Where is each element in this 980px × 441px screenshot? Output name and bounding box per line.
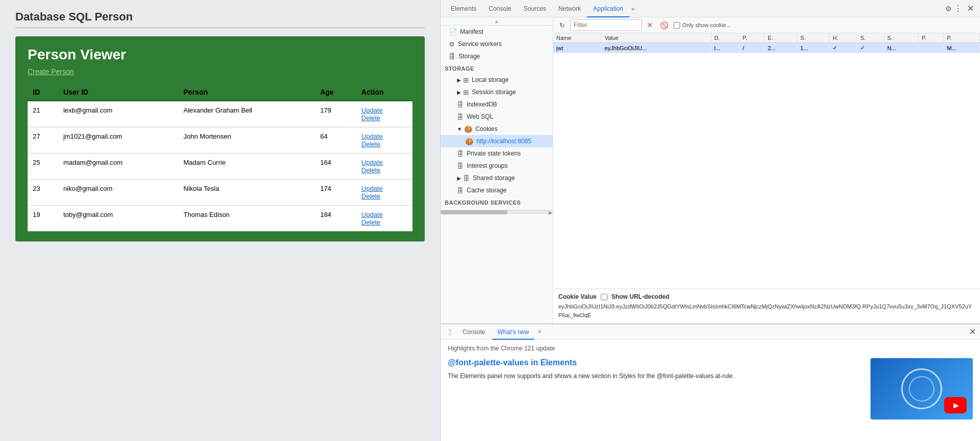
- cookie-col-value[interactable]: Value: [601, 33, 711, 43]
- tab-elements[interactable]: Elements: [445, 0, 483, 17]
- sidebar-item-shared-storage[interactable]: ▶ 🗄 Shared storage: [441, 172, 553, 184]
- cell-user-id: lexb@gmail.com: [58, 101, 179, 127]
- tab-sources[interactable]: Sources: [517, 0, 552, 17]
- cookie-row[interactable]: jwt eyJhbGciOiJIU... l... / 2... 1... ✓ …: [553, 43, 980, 53]
- sidebar-web-sql-label: Web SQL: [467, 113, 493, 120]
- page-title: Database SQL Person: [15, 10, 425, 24]
- cell-action: Update Delete: [356, 206, 412, 232]
- refresh-cookies-button[interactable]: ↻: [557, 20, 567, 30]
- update-link[interactable]: Update: [361, 133, 407, 140]
- update-link[interactable]: Update: [361, 185, 407, 192]
- update-link[interactable]: Update: [361, 106, 407, 114]
- cookie-table-wrapper: Name Value D. P. E. S. H. S. S. P. P.: [553, 33, 980, 289]
- sidebar-item-service-workers[interactable]: ⚙ Service workers: [441, 38, 553, 50]
- create-person-link[interactable]: Create Person: [28, 68, 74, 76]
- bottom-content: Highlights from the Chrome 121 update @f…: [441, 340, 980, 441]
- devtools-bottom: ⋮ Console What's new ✕ ✕ Highlights from…: [441, 323, 980, 441]
- cell-id: 21: [28, 101, 58, 127]
- close-devtools-icon[interactable]: ✕: [965, 4, 976, 13]
- settings-icon[interactable]: ⚙: [945, 5, 952, 13]
- sidebar-item-session-storage[interactable]: ▶ ⊞ Session storage: [441, 86, 553, 98]
- sidebar-shared-storage-label: Shared storage: [473, 174, 515, 182]
- cell-person: Nikola Tesla: [179, 180, 315, 206]
- delete-link[interactable]: Delete: [361, 114, 407, 122]
- whats-new-highlight: Highlights from the Chrome 121 update: [448, 345, 973, 352]
- tab-console[interactable]: Console: [483, 0, 517, 17]
- filter-input[interactable]: [570, 19, 642, 31]
- cookie-p3: M...: [944, 43, 979, 53]
- sidebar-item-indexed-db[interactable]: 🗄 IndexedDB: [441, 98, 553, 111]
- sidebar-local-storage-label: Local storage: [472, 76, 509, 83]
- whats-new-tab-close[interactable]: ✕: [536, 328, 543, 335]
- sidebar-item-interest-groups[interactable]: 🗄 Interest groups: [441, 160, 553, 172]
- delete-link[interactable]: Delete: [361, 140, 407, 148]
- update-link[interactable]: Update: [361, 159, 407, 166]
- sidebar-item-cookies-host[interactable]: 🍪 http://localhost:8085: [441, 135, 553, 147]
- sidebar-item-manifest[interactable]: 📄 Manifest: [441, 26, 553, 38]
- sidebar-item-private-state-tokens[interactable]: 🗄 Private state tokens: [441, 147, 553, 160]
- clear-filter-button[interactable]: ✕: [645, 20, 655, 30]
- shared-storage-icon: 🗄: [463, 174, 470, 182]
- table-row: 19 toby@gmail.com Thomas Edison 184 Upda…: [28, 206, 412, 232]
- more-tabs-icon[interactable]: »: [629, 6, 637, 12]
- delete-link[interactable]: Delete: [361, 192, 407, 200]
- delete-link[interactable]: Delete: [361, 166, 407, 174]
- person-table: ID User ID Person Age Action 21 lexb@gma…: [28, 84, 412, 231]
- cell-age: 64: [315, 127, 356, 153]
- cell-user-id: toby@gmail.com: [58, 206, 179, 232]
- cookie-s1: 1...: [797, 43, 829, 53]
- cookie-col-p2[interactable]: P.: [919, 33, 944, 43]
- sidebar-item-cache-storage[interactable]: 🗄 Cache storage: [441, 184, 553, 196]
- sidebar-scroll-right[interactable]: ▶: [549, 210, 553, 215]
- web-sql-icon: 🗄: [457, 113, 464, 121]
- storage-section-header: Storage: [441, 62, 553, 74]
- whats-new-body: @font-palette-values in Elements The Ele…: [448, 358, 973, 420]
- sidebar-item-web-sql[interactable]: 🗄 Web SQL: [441, 111, 553, 123]
- delete-link[interactable]: Delete: [361, 218, 407, 226]
- cookie-col-p3[interactable]: P.: [944, 33, 979, 43]
- cell-age: 164: [315, 153, 356, 180]
- cookie-col-s2[interactable]: S.: [857, 33, 884, 43]
- shared-storage-arrow: ▶: [457, 175, 461, 181]
- tab-network[interactable]: Network: [552, 0, 587, 17]
- only-show-checkbox[interactable]: [673, 22, 680, 29]
- table-row: 25 madam@gmail.com Madam Currie 164 Upda…: [28, 153, 412, 180]
- cookie-col-s1[interactable]: S.: [797, 33, 829, 43]
- cookie-col-s3[interactable]: S.: [884, 33, 919, 43]
- bottom-more-options-icon[interactable]: ⋮: [445, 328, 455, 336]
- youtube-play-button[interactable]: [944, 397, 967, 413]
- close-bottom-panel-icon[interactable]: ✕: [969, 327, 976, 337]
- cookie-value-panel: Cookie Value Show URL-decoded eyJhbGciOi…: [553, 289, 980, 323]
- cell-user-id: madam@gmail.com: [58, 153, 179, 180]
- cell-age: 174: [315, 180, 356, 206]
- manifest-icon: 📄: [449, 28, 457, 36]
- session-storage-arrow: ▶: [457, 90, 461, 95]
- sidebar-item-cookies[interactable]: ▼ 🍪 Cookies: [441, 123, 553, 135]
- cookie-toolbar: ↻ ✕ 🚫 Only show cookie...: [553, 17, 980, 33]
- cookie-col-e[interactable]: E.: [765, 33, 797, 43]
- sidebar-private-state-tokens-label: Private state tokens: [467, 150, 520, 157]
- more-options-icon[interactable]: ⋮: [952, 4, 964, 13]
- cookie-h: ✓: [830, 43, 857, 53]
- cookie-name: jwt: [553, 43, 601, 53]
- sidebar-scroll-thumb[interactable]: [441, 210, 508, 214]
- cell-action: Update Delete: [356, 101, 412, 127]
- tab-application[interactable]: Application: [587, 0, 629, 17]
- whats-new-desc: The Elements panel now supports and show…: [448, 371, 862, 381]
- only-show-label: Only show cookie...: [682, 22, 731, 28]
- sidebar-service-workers-label: Service workers: [458, 40, 502, 48]
- sidebar-cookies-label: Cookies: [475, 125, 497, 133]
- delete-cookie-button[interactable]: 🚫: [658, 20, 670, 30]
- indexed-db-icon: 🗄: [457, 101, 464, 108]
- sidebar-item-storage-top[interactable]: 🗄 Storage: [441, 50, 553, 62]
- cookie-col-name[interactable]: Name: [553, 33, 601, 43]
- update-link[interactable]: Update: [361, 211, 407, 218]
- cookie-col-p[interactable]: P.: [739, 33, 765, 43]
- sidebar-item-local-storage[interactable]: ▶ ⊞ Local storage: [441, 74, 553, 86]
- cookie-p2: [919, 43, 944, 53]
- bottom-tab-console[interactable]: Console: [458, 324, 490, 340]
- cookie-col-h[interactable]: H.: [830, 33, 857, 43]
- bottom-tab-whats-new[interactable]: What's new: [492, 324, 534, 340]
- show-url-decoded-checkbox[interactable]: [601, 294, 607, 300]
- cookie-col-d[interactable]: D.: [711, 33, 739, 43]
